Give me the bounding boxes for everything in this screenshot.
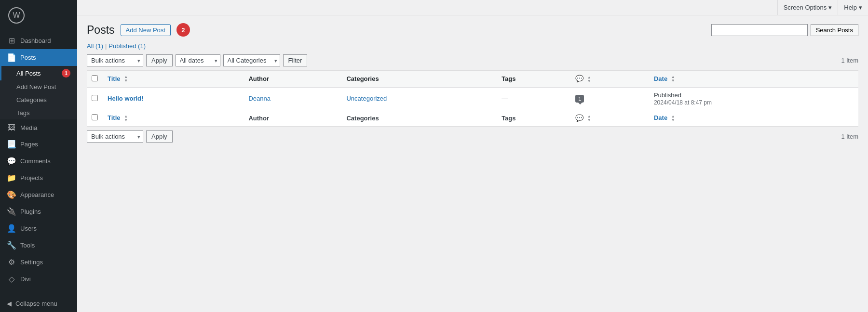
plugins-icon: 🔌 bbox=[7, 207, 16, 216]
all-posts-badge: 1 bbox=[62, 69, 70, 78]
sidebar-item-add-new-post[interactable]: Add New Post bbox=[0, 80, 77, 93]
help-arrow-icon: ▾ bbox=[859, 4, 862, 11]
col-date-footer: Date ▲▼ bbox=[649, 110, 858, 127]
select-all-checkbox-footer[interactable] bbox=[92, 114, 98, 120]
comments-column-icon: 💬 bbox=[575, 75, 583, 82]
title-sort-link-footer[interactable]: Title ▲▼ bbox=[108, 114, 128, 121]
add-new-post-button[interactable]: Add New Post bbox=[121, 24, 171, 36]
col-comments-footer: 💬 ▲▼ bbox=[570, 110, 649, 127]
sidebar-item-dashboard[interactable]: ⊞ Dashboard bbox=[0, 32, 77, 49]
sidebar-item-label: Projects bbox=[20, 174, 43, 182]
bulk-actions-select-top[interactable]: Bulk actions Edit Move to Trash bbox=[87, 54, 143, 66]
date-sort-link[interactable]: Date ▲▼ bbox=[654, 75, 675, 82]
row-checkbox-cell bbox=[87, 87, 103, 110]
col-checkbox-footer bbox=[87, 110, 103, 127]
posts-tbody: Hello world! Deanna Uncategorized — 1 Pu… bbox=[87, 87, 858, 110]
category-link[interactable]: Uncategorized bbox=[346, 95, 387, 102]
screen-options-button[interactable]: Screen Options ▾ bbox=[777, 0, 838, 15]
sidebar-logo: W bbox=[0, 0, 77, 32]
collapse-arrow-icon: ◀ bbox=[7, 300, 12, 307]
filter-all-link[interactable]: All (1) bbox=[87, 42, 103, 50]
date-sort-arrows-icon: ▲▼ bbox=[671, 75, 675, 83]
comments-icon: 💬 bbox=[7, 156, 16, 166]
row-date-cell: Published 2024/04/18 at 8:47 pm bbox=[649, 87, 858, 110]
row-comments-cell: 1 bbox=[570, 87, 649, 110]
item-count-bottom: 1 item bbox=[841, 133, 858, 140]
apply-button-top[interactable]: Apply bbox=[146, 54, 173, 66]
col-author-footer: Author bbox=[244, 110, 341, 127]
post-date: 2024/04/18 at 8:47 pm bbox=[654, 99, 712, 106]
dashboard-icon: ⊞ bbox=[7, 36, 16, 45]
all-dates-wrapper: All dates April 2024 bbox=[176, 54, 220, 66]
sidebar-item-categories[interactable]: Categories bbox=[0, 93, 77, 106]
posts-icon: 📄 bbox=[7, 53, 16, 62]
all-categories-select[interactable]: All Categories Uncategorized bbox=[223, 54, 280, 66]
filter-button[interactable]: Filter bbox=[283, 54, 308, 66]
row-author-cell: Deanna bbox=[244, 87, 341, 110]
help-button[interactable]: Help ▾ bbox=[838, 0, 868, 15]
search-posts-input[interactable] bbox=[711, 24, 808, 36]
sidebar: W ⊞ Dashboard 📄 Posts All Posts 1 Add Ne… bbox=[0, 0, 77, 312]
sidebar-item-label: Plugins bbox=[20, 208, 41, 215]
row-categories-cell: Uncategorized bbox=[341, 87, 497, 110]
sidebar-item-posts[interactable]: 📄 Posts bbox=[0, 49, 77, 66]
table-footer-row: Title ▲▼ Author Categories Tags 💬 ▲▼ Dat… bbox=[87, 110, 858, 127]
collapse-label: Collapse menu bbox=[15, 300, 57, 307]
sidebar-item-label: Divi bbox=[20, 275, 31, 283]
filter-separator: | bbox=[105, 42, 107, 50]
post-status: Published bbox=[654, 91, 681, 99]
search-posts-button[interactable]: Search Posts bbox=[811, 24, 858, 36]
sidebar-item-tools[interactable]: 🔧 Tools bbox=[0, 237, 77, 254]
toolbar-bottom: Bulk actions Edit Move to Trash Apply 1 … bbox=[87, 130, 858, 143]
filter-published-link[interactable]: Published (1) bbox=[108, 42, 146, 50]
sidebar-item-tags[interactable]: Tags bbox=[0, 106, 77, 119]
sidebar-item-label: Posts bbox=[20, 54, 36, 61]
projects-icon: 📁 bbox=[7, 173, 16, 182]
row-checkbox[interactable] bbox=[92, 95, 98, 101]
screen-options-label: Screen Options bbox=[784, 4, 827, 11]
screen-options-arrow-icon: ▾ bbox=[828, 4, 832, 11]
sidebar-item-settings[interactable]: ⚙ Settings bbox=[0, 254, 77, 271]
sidebar-item-label: Appearance bbox=[20, 191, 54, 198]
add-new-post-label: Add New Post bbox=[16, 83, 56, 91]
comment-count-badge[interactable]: 1 bbox=[575, 95, 584, 103]
select-all-checkbox[interactable] bbox=[92, 75, 98, 81]
table-header-row: Title ▲▼ Author Categories Tags 💬 ▲▼ Dat… bbox=[87, 71, 858, 88]
sidebar-item-divi[interactable]: ◇ Divi bbox=[0, 271, 77, 287]
col-title-header: Title ▲▼ bbox=[103, 71, 244, 88]
help-label: Help bbox=[844, 4, 857, 11]
svg-text:W: W bbox=[13, 11, 20, 19]
sidebar-item-comments[interactable]: 💬 Comments bbox=[0, 153, 77, 169]
sidebar-item-all-posts[interactable]: All Posts 1 bbox=[0, 66, 77, 80]
collapse-menu-button[interactable]: ◀ Collapse menu bbox=[0, 295, 77, 312]
sidebar-item-media[interactable]: 🖼 Media bbox=[0, 119, 77, 136]
posts-table: Title ▲▼ Author Categories Tags 💬 ▲▼ Dat… bbox=[87, 70, 858, 127]
date-sort-link-footer[interactable]: Date ▲▼ bbox=[654, 114, 675, 121]
author-link[interactable]: Deanna bbox=[248, 95, 271, 102]
media-icon: 🖼 bbox=[7, 123, 16, 132]
sidebar-item-label: Tools bbox=[20, 242, 35, 249]
col-tags-footer: Tags bbox=[497, 110, 570, 127]
title-sort-arrows-footer-icon: ▲▼ bbox=[124, 115, 128, 122]
col-tags-header: Tags bbox=[497, 71, 570, 88]
post-title-link[interactable]: Hello world! bbox=[108, 95, 143, 102]
sidebar-item-appearance[interactable]: 🎨 Appearance bbox=[0, 186, 77, 203]
table-row: Hello world! Deanna Uncategorized — 1 Pu… bbox=[87, 87, 858, 110]
apply-button-bottom[interactable]: Apply bbox=[146, 130, 173, 143]
col-checkbox-header bbox=[87, 71, 103, 88]
col-categories-header: Categories bbox=[341, 71, 497, 88]
sidebar-item-label: Settings bbox=[20, 259, 43, 266]
all-dates-select[interactable]: All dates April 2024 bbox=[176, 54, 220, 66]
col-author-header: Author bbox=[244, 71, 341, 88]
sidebar-item-pages[interactable]: 📃 Pages bbox=[0, 136, 77, 153]
title-sort-link[interactable]: Title ▲▼ bbox=[108, 75, 128, 82]
sidebar-item-plugins[interactable]: 🔌 Plugins bbox=[0, 203, 77, 220]
bulk-actions-select-bottom[interactable]: Bulk actions Edit Move to Trash bbox=[87, 130, 143, 143]
bulk-actions-wrapper-top: Bulk actions Edit Move to Trash bbox=[87, 54, 143, 66]
users-icon: 👤 bbox=[7, 224, 16, 233]
comments-sort-arrows-icon: ▲▼ bbox=[587, 76, 591, 83]
sidebar-item-users[interactable]: 👤 Users bbox=[0, 220, 77, 237]
search-area: Search Posts bbox=[711, 24, 858, 36]
tags-label: Tags bbox=[16, 109, 29, 117]
sidebar-item-projects[interactable]: 📁 Projects bbox=[0, 169, 77, 186]
